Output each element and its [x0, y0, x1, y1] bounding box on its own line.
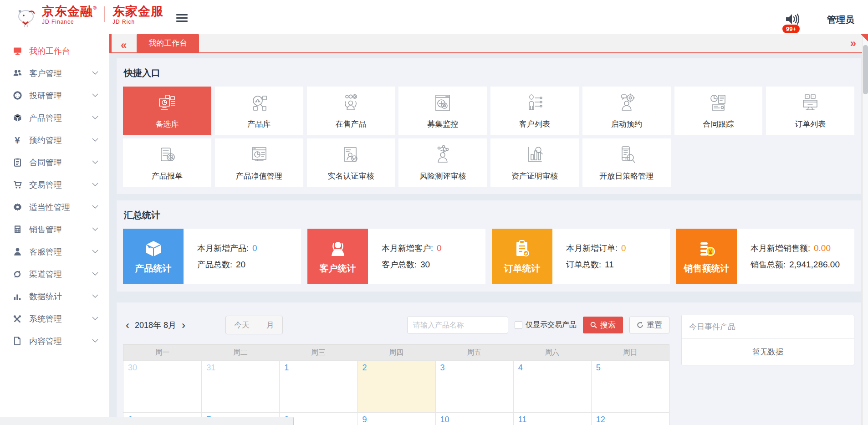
brand-logo: 京东金融® JD Finance 东家金服 JD Rich: [14, 5, 163, 29]
calendar-day-cell[interactable]: 9: [357, 412, 435, 425]
tools-icon: [12, 315, 23, 323]
chevron-down-icon: [92, 71, 98, 75]
quick-card-fundraising-monitor[interactable]: 募集监控: [398, 87, 487, 135]
summary-title: 汇总统计: [124, 209, 854, 221]
sidebar-item-trade-mgmt[interactable]: 交易管理: [0, 174, 109, 196]
scroll-corner-marker: [861, 34, 868, 41]
stat-line-label: 销售总额:: [751, 259, 786, 270]
sidebar-item-workbench[interactable]: 我的工作台: [0, 40, 109, 62]
search-button[interactable]: 搜索: [583, 317, 623, 333]
hamburger-menu-icon[interactable]: [176, 12, 188, 24]
quick-card-product-report[interactable]: 产品报单: [123, 138, 211, 187]
sidebar-item-contract-mgmt[interactable]: 合同管理: [0, 151, 109, 174]
stat-line-value: 0: [437, 243, 442, 253]
stat-line-label: 客户总数:: [382, 259, 417, 270]
weekday-label: 周一: [123, 345, 201, 360]
sidebar-item-research-mgmt[interactable]: 投研管理: [0, 84, 109, 107]
quick-card-candidate-library[interactable]: 备选库: [123, 87, 211, 135]
tabs-scroll-left-icon[interactable]: «: [121, 40, 127, 51]
calendar-day-cell-today[interactable]: 2: [357, 360, 435, 412]
quick-card-start-reservation[interactable]: 启动预约: [582, 87, 671, 135]
next-month-icon[interactable]: ›: [179, 320, 188, 331]
network-nodes-icon: [249, 87, 270, 119]
reset-button[interactable]: 重置: [629, 317, 669, 333]
calendar-day-cell[interactable]: 30: [123, 360, 201, 412]
quick-card-label: 产品报单: [152, 171, 183, 181]
stat-line-value: 0.00: [814, 243, 831, 253]
today-button[interactable]: 今天: [226, 316, 258, 334]
sidebar-item-customer-mgmt[interactable]: 客户管理: [0, 62, 109, 84]
quick-entry-title: 快捷入口: [124, 67, 854, 79]
notification-count-badge[interactable]: 99+: [782, 25, 800, 33]
calendar-day-cell[interactable]: 12: [591, 412, 669, 425]
tab-workbench[interactable]: 我的工作台: [137, 34, 199, 52]
contract-doc-icon: [708, 87, 729, 119]
quick-card-label: 实名认证审核: [327, 171, 374, 181]
sidebar-item-sales-mgmt[interactable]: 销售管理: [0, 218, 109, 241]
calendar-day-cell[interactable]: 5: [591, 360, 669, 412]
quick-card-risk-eval-audit[interactable]: 风险测评审核: [398, 138, 487, 187]
calendar-day-cell[interactable]: 4: [513, 360, 591, 412]
sidebar-item-label: 预约管理: [29, 135, 92, 146]
weekday-label: 周三: [279, 345, 357, 360]
user-name[interactable]: 管理员: [827, 14, 854, 26]
stat-line-value: 2,941,286.00: [789, 260, 840, 270]
stat-card-sales: 销售额统计 本月新增销售额:0.00 销售总额:2,941,286.00: [676, 229, 854, 284]
sidebar-item-product-mgmt[interactable]: 产品管理: [0, 107, 109, 129]
quick-card-contract-tracking[interactable]: 合同跟踪: [674, 87, 763, 135]
calendar-day-cell[interactable]: 10: [435, 412, 513, 425]
quick-card-customer-list[interactable]: 客户列表: [490, 87, 579, 135]
sidebar-item-label: 产品管理: [29, 113, 92, 123]
vertical-scrollbar[interactable]: [862, 34, 868, 425]
sidebar-item-data-statistics[interactable]: 数据统计: [0, 285, 109, 307]
calendar-day-cell[interactable]: 11: [513, 412, 591, 425]
quick-card-label: 产品库: [247, 119, 271, 129]
sidebar-item-suitability-mgmt[interactable]: 适当性管理: [0, 196, 109, 218]
tab-bar: « 我的工作台 »: [109, 34, 868, 53]
tabs-scroll-right-icon[interactable]: »: [850, 38, 856, 49]
quick-card-realname-audit[interactable]: 实名认证审核: [307, 138, 395, 187]
calendar-day-cell[interactable]: 31: [201, 360, 279, 412]
calendar-weekday-header: 周一 周二 周三 周四 周五 周六 周日: [123, 345, 669, 360]
checkbox-icon[interactable]: [515, 321, 522, 329]
stat-card-customers: 客户统计 本月新增客户:0 客户总数:30: [307, 229, 485, 284]
chevron-down-icon: [92, 183, 98, 187]
registered-mark: ®: [93, 5, 97, 10]
speaker-icon[interactable]: [785, 13, 801, 26]
quick-card-asset-proof-audit[interactable]: 资产证明审核: [490, 138, 579, 187]
product-name-input[interactable]: [407, 317, 508, 333]
chevron-down-icon: [92, 294, 98, 298]
quick-card-order-list[interactable]: 订单列表: [766, 87, 854, 135]
quick-card-label: 风险测评审核: [419, 171, 466, 181]
monitor-chart-icon: [157, 87, 178, 119]
clipboard-icon: [12, 158, 23, 167]
sidebar-item-label: 客服管理: [29, 246, 92, 257]
quick-card-label: 备选库: [155, 119, 179, 129]
calendar-month-label: 2018年 8月: [135, 320, 176, 331]
month-view-button[interactable]: 月: [258, 316, 282, 334]
sidebar-item-label: 系统管理: [29, 313, 92, 324]
chevron-down-icon: [92, 227, 98, 231]
calendar-day-cell[interactable]: 3: [435, 360, 513, 412]
sidebar-item-reservation-mgmt[interactable]: ¥ 预约管理: [0, 129, 109, 151]
browser-status-tooltip: [0, 417, 294, 425]
scrollbar-thumb[interactable]: [863, 45, 868, 94]
sidebar-item-label: 适当性管理: [29, 202, 92, 213]
quick-card-open-day-strategy[interactable]: 开放日策略管理: [582, 138, 671, 187]
notifications-button[interactable]: 99+: [785, 13, 801, 26]
quick-card-nav-mgmt[interactable]: 产品净值管理: [215, 138, 303, 187]
sidebar-item-label: 客户管理: [29, 68, 92, 79]
sidebar-item-channel-mgmt[interactable]: 渠道管理: [0, 263, 109, 285]
chevron-down-icon: [92, 205, 98, 209]
calendar-day-cell[interactable]: 1: [279, 360, 357, 412]
sidebar-item-content-mgmt[interactable]: 内容管理: [0, 330, 109, 352]
trade-products-only-checkbox[interactable]: 仅显示交易产品: [515, 320, 577, 330]
quick-card-label: 开放日策略管理: [599, 171, 654, 181]
prev-month-icon[interactable]: ‹: [123, 320, 132, 331]
sidebar-item-customer-service-mgmt[interactable]: 客服管理: [0, 241, 109, 263]
stat-line-label: 本月新增产品:: [197, 243, 249, 254]
quick-card-products-on-sale[interactable]: 在售产品: [307, 87, 395, 135]
phone-magnifier-icon: [616, 138, 637, 171]
quick-card-product-library[interactable]: 产品库: [215, 87, 303, 135]
sidebar-item-system-mgmt[interactable]: 系统管理: [0, 307, 109, 330]
